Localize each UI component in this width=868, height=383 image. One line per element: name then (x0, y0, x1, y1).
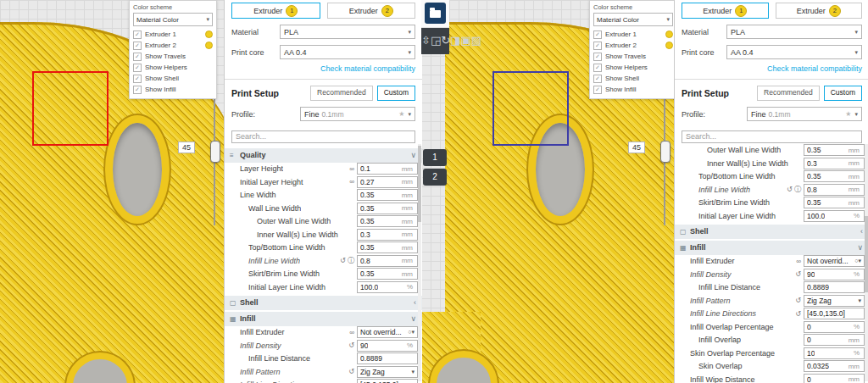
setting-value-input[interactable]: 0 mm (804, 374, 865, 383)
setting-row[interactable]: ▦ Infill ∨ (675, 241, 868, 255)
setting-value-input[interactable]: [45.0,135.0] (357, 379, 418, 383)
printcore-select[interactable]: AA 0.4 ▾ (726, 45, 862, 59)
setting-row[interactable]: Infill Pattern ↺ Zig Zag ▾ (675, 294, 868, 308)
setting-value-input[interactable]: 0.3 mm (804, 158, 865, 169)
setting-value-input[interactable]: 0.35 mm (804, 170, 865, 182)
checkbox[interactable]: ✓ (133, 86, 142, 94)
setting-modifier-icons[interactable]: ↺ (348, 368, 357, 375)
setting-modifier-icons[interactable]: ↺ (795, 310, 804, 318)
color-scheme-select[interactable]: Material Color ▾ (133, 13, 213, 26)
setting-row[interactable]: Infill Density ↺ 90 % (225, 339, 422, 352)
extruder-button[interactable]: 2 (423, 169, 447, 186)
setting-value-input[interactable]: 0.3 mm (357, 229, 418, 241)
setting-row[interactable]: Infill Line Directions [45.0,135.0] (225, 379, 422, 383)
setting-row[interactable]: Inner Wall(s) Line Width 0.3 mm (225, 228, 422, 241)
setting-row[interactable]: Initial Layer Height ∞ 0.27 mm (225, 175, 422, 189)
check-material-compatibility-link[interactable]: Check material compatibility (675, 59, 868, 79)
setting-value-input[interactable]: 90 % (804, 269, 865, 280)
mirror-tool-icon[interactable]: ◨ (450, 34, 460, 47)
settings-search-input[interactable] (231, 130, 415, 143)
setting-value-input[interactable]: 0 mm (804, 334, 865, 346)
setting-value-input[interactable]: 0.35 mm (357, 189, 418, 201)
setting-row[interactable]: Inner Wall(s) Line Width 0.3 mm (675, 157, 868, 170)
setting-value-input[interactable]: 0.0325 mm (804, 360, 865, 372)
setting-row[interactable]: Top/Bottom Line Width 0.35 mm (225, 241, 422, 255)
setting-modifier-icons[interactable]: ∞ (796, 258, 804, 265)
checkbox[interactable]: ✓ (133, 42, 142, 50)
setting-modifier-icons[interactable]: ↺ (348, 341, 357, 349)
checkbox[interactable]: ✓ (133, 31, 142, 39)
setting-modifier-icons[interactable]: ∞ (349, 165, 357, 173)
view-option-row[interactable]: ✓ Show Shell (133, 73, 213, 84)
setting-row[interactable]: Infill Extruder ∞ Not overrid... ○▾ (675, 255, 868, 269)
recommended-mode-button[interactable]: Recommended (310, 86, 373, 101)
setting-row[interactable]: Skin Overlap Percentage 10 % (675, 347, 868, 360)
setting-row[interactable]: Initial Layer Line Width 100.0 % (225, 280, 422, 294)
setting-value-input[interactable]: Zig Zag ▾ (357, 366, 418, 378)
setting-value-input[interactable]: 100.0 % (804, 210, 865, 222)
setting-row[interactable]: Outer Wall Line Width 0.35 mm (675, 144, 868, 158)
setting-row[interactable]: Infill Density ↺ 90 % (675, 268, 868, 281)
setting-modifier-icons[interactable]: ↺ ⓘ (340, 256, 357, 265)
settings-scrollbar[interactable] (865, 144, 868, 381)
scale-tool-icon[interactable]: ◲ (431, 34, 441, 47)
3d-viewport-right[interactable]: Color scheme Material Color ▾ ✓ Extruder… (421, 0, 674, 383)
material-select[interactable]: PLA ▾ (726, 25, 862, 39)
recommended-mode-button[interactable]: Recommended (757, 86, 820, 101)
setting-row[interactable]: Initial Layer Line Width 100.0 % (675, 209, 868, 223)
setting-value-input[interactable]: Zig Zag ▾ (804, 295, 865, 307)
view-option-row[interactable]: ✓ Show Travels (593, 51, 673, 62)
setting-value-input[interactable]: Not overrid... ○▾ (357, 326, 418, 338)
setting-row[interactable]: Infill Extruder ∞ Not overrid... ○▾ (225, 326, 422, 340)
tab-extruder-2[interactable]: Extruder 2 (327, 3, 416, 19)
setting-row[interactable]: Infill Line Directions ↺ [45.0,135.0] (675, 308, 868, 321)
setting-value-input[interactable]: 10 % (804, 347, 865, 359)
view-option-row[interactable]: ✓ Show Helpers (133, 62, 213, 73)
material-select[interactable]: PLA ▾ (280, 25, 415, 39)
custom-mode-button[interactable]: Custom (824, 86, 862, 101)
setting-value-input[interactable]: 90 % (357, 340, 418, 352)
rotate-tool-icon[interactable]: ↻ (441, 34, 450, 47)
settings-search-input[interactable] (682, 130, 862, 143)
profile-select[interactable]: Fine 0.1mm ★ ▾ (747, 107, 862, 121)
checkbox[interactable]: ✓ (133, 53, 142, 61)
scrollbar-thumb[interactable] (418, 146, 421, 222)
view-option-row[interactable]: ✓ Extruder 1 (133, 29, 213, 40)
checkbox[interactable]: ✓ (593, 31, 602, 39)
layer-slider-handle[interactable] (660, 141, 670, 163)
view-option-row[interactable]: ✓ Extruder 2 (593, 40, 673, 51)
setting-row[interactable]: Outer Wall Line Width 0.35 mm (225, 215, 422, 229)
setting-modifier-icons[interactable]: ∞ (349, 178, 357, 186)
setting-row[interactable]: ▢ Shell ‹ (225, 296, 422, 310)
color-scheme-select[interactable]: Material Color ▾ (593, 13, 673, 26)
setting-modifier-icons[interactable]: ∞ (349, 329, 357, 336)
setting-row[interactable]: Top/Bottom Line Width 0.35 mm (675, 170, 868, 184)
custom-mode-button[interactable]: Custom (377, 86, 415, 101)
setting-row[interactable]: ▢ Shell ‹ (675, 225, 868, 239)
setting-row[interactable]: Infill Pattern ↺ Zig Zag ▾ (225, 365, 422, 379)
view-option-row[interactable]: ✓ Show Travels (133, 51, 213, 62)
setting-modifier-icons[interactable]: ↺ (795, 297, 804, 304)
setting-row[interactable]: Skirt/Brim Line Width 0.35 mm (225, 268, 422, 281)
view-option-row[interactable]: ✓ Show Shell (593, 73, 673, 84)
setting-value-input[interactable]: 0.8 mm (357, 255, 418, 267)
setting-value-input[interactable]: 0.35 mm (804, 197, 865, 208)
setting-value-input[interactable]: 0.35 mm (357, 215, 418, 227)
setting-row[interactable]: Skin Overlap 0.0325 mm (675, 360, 868, 374)
layer-slider-handle[interactable] (210, 141, 220, 163)
setting-row[interactable]: Skirt/Brim Line Width 0.35 mm (675, 197, 868, 210)
setting-row[interactable]: Infill Line Width ↺ ⓘ 0.8 mm (675, 183, 868, 197)
extruder-button[interactable]: 1 (423, 149, 447, 166)
setting-row[interactable]: Infill Line Width ↺ ⓘ 0.8 mm (225, 254, 422, 268)
checkbox[interactable]: ✓ (593, 64, 602, 72)
tab-extruder-1[interactable]: Extruder 1 (231, 3, 320, 19)
checkbox[interactable]: ✓ (593, 86, 602, 94)
support-blocker-tool-icon[interactable]: ▨ (471, 34, 481, 47)
setting-row[interactable]: ≡ Quality ∨ (225, 148, 422, 163)
setting-value-input[interactable]: 0.1 mm (357, 163, 418, 175)
view-option-row[interactable]: ✓ Extruder 2 (133, 40, 213, 51)
tab-extruder-2[interactable]: Extruder 2 (776, 3, 863, 19)
setting-value-input[interactable]: 0 % (804, 321, 865, 333)
checkbox[interactable]: ✓ (133, 75, 142, 83)
scrollbar-thumb[interactable] (865, 216, 868, 292)
